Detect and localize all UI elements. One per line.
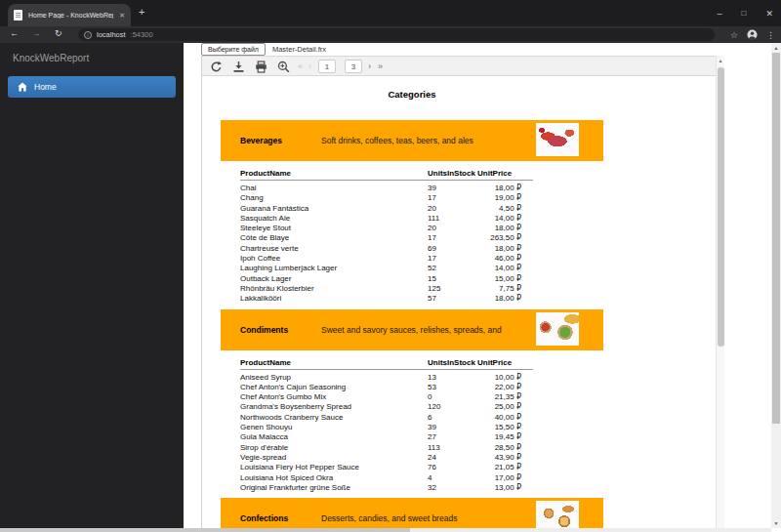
profile-avatar-icon[interactable]: [747, 29, 758, 40]
scrollbar-thumb[interactable]: [718, 67, 724, 347]
app-brand[interactable]: KnockWebReport: [0, 43, 184, 63]
report-title: Categories: [202, 89, 622, 100]
report-scrollbar[interactable]: ▲: [716, 56, 724, 532]
forward-icon[interactable]: →: [32, 28, 41, 38]
zoom-icon[interactable]: [277, 61, 290, 73]
units-in-stock-cell: 111: [428, 214, 477, 224]
site-info-icon[interactable]: i: [84, 31, 92, 39]
column-header-unitsinstock: UnitsInStock: [428, 358, 477, 367]
last-page-button[interactable]: »: [378, 61, 383, 73]
new-tab-button[interactable]: +: [139, 7, 144, 18]
unit-price-cell: 14,00 ₽: [477, 214, 521, 224]
window-close-button[interactable]: ✕: [765, 9, 773, 19]
category-banner: Beverages Soft drinks, coffees, teas, be…: [221, 120, 603, 161]
category-section: Beverages Soft drinks, coffees, teas, be…: [202, 120, 622, 305]
category-name: Condiments: [240, 325, 321, 335]
category-image: [536, 123, 579, 156]
units-in-stock-cell: 39: [428, 423, 477, 432]
browser-tab[interactable]: Home Page - KnockWebReport ✕: [8, 4, 131, 26]
address-bar[interactable]: i localhost:54300: [78, 28, 715, 41]
units-in-stock-cell: 0: [428, 392, 477, 402]
selected-file-name: Master-Detail.frx: [272, 45, 326, 54]
unit-price-cell: 21,35 ₽: [477, 392, 521, 402]
table-row: Original Frankfurter grüne Soße 32 13,00…: [240, 483, 533, 493]
unit-price-cell: 10,00 ₽: [477, 373, 521, 383]
scroll-up-icon[interactable]: ▲: [771, 45, 781, 51]
scroll-up-icon[interactable]: ▲: [717, 58, 724, 63]
units-in-stock-cell: 20: [428, 224, 477, 233]
column-header-productname: ProductName: [240, 358, 428, 367]
column-header-unitprice: UnitPrice: [477, 358, 533, 367]
tab-title: Home Page - KnockWebReport: [28, 12, 113, 19]
sidebar-item-home[interactable]: Home: [8, 76, 176, 98]
unit-price-cell: 28,50 ₽: [477, 443, 521, 453]
column-header-unitprice: UnitPrice: [477, 169, 533, 178]
scrollbar-thumb[interactable]: [772, 53, 780, 424]
units-in-stock-cell: 27: [428, 432, 477, 442]
category-name: Beverages: [240, 136, 321, 145]
unit-price-cell: 40,00 ₽: [477, 413, 521, 423]
table-body: Aniseed Syrup 13 10,00 ₽ Chef Anton's Ca…: [240, 373, 533, 494]
unit-price-cell: 19,45 ₽: [477, 432, 521, 442]
browser-menu-icon[interactable]: ⋮: [766, 30, 775, 40]
product-name-cell: Steeleye Stout: [240, 224, 428, 233]
browser-scrollbar[interactable]: ▲ ▼: [771, 43, 781, 528]
table-row: Gula Malacca 27 19,45 ₽: [240, 432, 533, 442]
table-row: Grandma's Boysenberry Spread 120 25,00 ₽: [240, 402, 533, 412]
table-row: Aniseed Syrup 13 10,00 ₽: [240, 373, 533, 383]
first-page-button[interactable]: «: [298, 61, 303, 73]
scroll-down-icon[interactable]: ▼: [771, 520, 781, 526]
product-name-cell: Outback Lager: [240, 274, 428, 284]
browser-window: Home Page - KnockWebReport ✕ + – □ ✕ ← →…: [0, 0, 781, 532]
table-row: Laughing Lumberjack Lager 52 14,00 ₽: [240, 264, 533, 273]
horizontal-scrollbar[interactable]: [0, 528, 771, 532]
table-row: Louisiana Hot Spiced Okra 4 17,00 ₽: [240, 473, 533, 483]
print-icon[interactable]: [255, 61, 267, 73]
unit-price-cell: 17,00 ₽: [477, 473, 521, 483]
prev-page-button[interactable]: ‹: [308, 61, 311, 73]
table-body: Chai 39 18,00 ₽ Chang 17 19,00 ₽ Guaraná…: [240, 184, 533, 305]
category-name: Confections: [240, 513, 321, 523]
unit-price-cell: 21,05 ₽: [477, 463, 521, 472]
next-page-button[interactable]: ›: [368, 61, 371, 73]
unit-price-cell: 43,90 ₽: [477, 453, 521, 463]
back-icon[interactable]: ←: [10, 28, 19, 38]
bookmark-star-icon[interactable]: ☆: [730, 30, 738, 40]
table-header-row: ProductName UnitsInStock UnitPrice: [240, 169, 533, 181]
browser-tab-strip: Home Page - KnockWebReport ✕ + – □ ✕: [0, 0, 781, 26]
tab-favicon-icon: [14, 10, 22, 20]
window-maximize-button[interactable]: □: [742, 9, 747, 18]
product-name-cell: Northwoods Cranberry Sauce: [240, 413, 428, 423]
save-icon[interactable]: [232, 61, 245, 73]
product-name-cell: Chang: [240, 193, 428, 203]
current-page-input[interactable]: 1: [318, 60, 336, 73]
table-row: Steeleye Stout 20 18,00 ₽: [240, 224, 533, 233]
units-in-stock-cell: 125: [428, 284, 477, 294]
category-banner: Confections Desserts, candies, and sweet…: [221, 498, 603, 532]
choose-file-button[interactable]: Выберите файл: [201, 43, 266, 56]
product-name-cell: Sirop d'érable: [240, 443, 428, 453]
reload-icon[interactable]: ↻: [55, 28, 62, 38]
window-minimize-button[interactable]: –: [718, 9, 722, 19]
total-pages-label: 3: [345, 60, 362, 73]
url-port: :54300: [131, 30, 153, 39]
report-sections: Beverages Soft drinks, coffees, teas, be…: [202, 120, 622, 532]
unit-price-cell: 19,00 ₽: [477, 193, 521, 203]
file-chooser: Выберите файл Master-Detail.frx: [201, 43, 326, 56]
product-name-cell: Louisiana Hot Spiced Okra: [240, 473, 428, 483]
unit-price-cell: 25,00 ₽: [477, 402, 521, 412]
report-viewer-panel: « ‹ 1 3 › » Categories Beverages Soft dr…: [201, 56, 724, 532]
tab-close-icon[interactable]: ✕: [119, 12, 125, 20]
category-banner: Condiments Sweet and savory sauces, reli…: [221, 309, 603, 350]
scrollbar-thumb[interactable]: [0, 528, 410, 532]
units-in-stock-cell: 6: [428, 413, 477, 423]
units-in-stock-cell: 32: [428, 483, 477, 493]
units-in-stock-cell: 53: [428, 383, 477, 392]
viewer-toolbar: « ‹ 1 3 › »: [202, 56, 724, 76]
url-host: localhost: [97, 30, 126, 39]
product-name-cell: Guaraná Fantástica: [240, 204, 428, 214]
unit-price-cell: 4,50 ₽: [477, 204, 521, 214]
refresh-icon[interactable]: [210, 61, 223, 73]
table-row: Chartreuse verte 69 18,00 ₽: [240, 244, 533, 254]
sidebar-item-label: Home: [34, 82, 57, 92]
